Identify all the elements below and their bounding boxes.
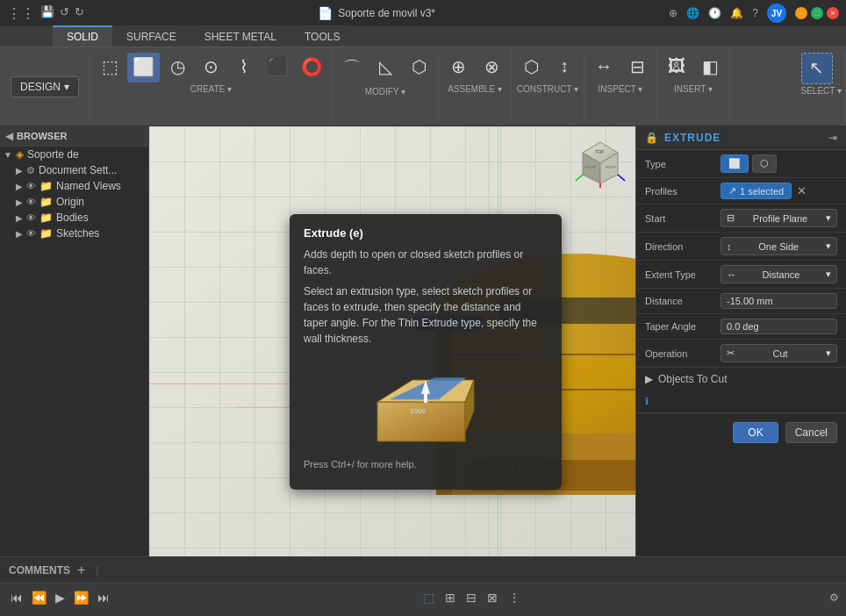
create-new-component-btn[interactable]: ⬚ bbox=[94, 53, 125, 82]
nav-icon-plus[interactable]: ⊕ bbox=[669, 7, 678, 19]
inspect-measure-btn[interactable]: ↔ bbox=[588, 53, 620, 82]
app-icon2[interactable]: 💾 bbox=[40, 5, 54, 22]
extent-type-select[interactable]: ↔ Distance ▾ bbox=[721, 265, 837, 283]
design-button[interactable]: DESIGN ▾ bbox=[11, 76, 79, 97]
sidebar-item-origin[interactable]: ▶ 👁 📁 Origin bbox=[0, 194, 148, 210]
modify-shell-btn[interactable]: ⬡ bbox=[403, 53, 434, 85]
profiles-select[interactable]: ↗ 1 selected bbox=[721, 183, 792, 199]
construct-plane-btn[interactable]: ⬡ bbox=[515, 53, 547, 82]
distance-input[interactable] bbox=[721, 293, 837, 309]
undo-btn[interactable]: ↺ bbox=[60, 5, 69, 22]
design-label: DESIGN bbox=[20, 81, 61, 93]
nav-icon-globe[interactable]: 🌐 bbox=[686, 7, 699, 19]
chamfer-icon: ◺ bbox=[379, 56, 392, 77]
create-box-btn[interactable]: ⬛ bbox=[262, 53, 294, 82]
extent-type-value: Distance bbox=[763, 269, 800, 280]
nav-icon-clock[interactable]: 🕐 bbox=[708, 7, 721, 19]
type-solid-btn[interactable]: ⬜ bbox=[721, 154, 749, 173]
inspect-section-btn[interactable]: ⊟ bbox=[621, 53, 653, 82]
objects-to-cut-row[interactable]: ▶ Objects To Cut bbox=[636, 368, 846, 390]
profiles-clear-btn[interactable]: ✕ bbox=[795, 184, 808, 197]
sidebar-item-document-settings[interactable]: ▶ ⚙ Document Sett... bbox=[0, 162, 148, 178]
win-close[interactable]: × bbox=[827, 7, 839, 19]
design-chevron: ▾ bbox=[64, 81, 69, 93]
root-expand-icon: ▼ bbox=[4, 150, 12, 160]
insert-decal-btn[interactable]: ◧ bbox=[694, 53, 726, 82]
playback-prev-btn[interactable]: ⏪ bbox=[28, 589, 50, 606]
nav-icon-help[interactable]: ? bbox=[752, 7, 758, 19]
view-cube[interactable]: TOP FRONT RIGHT bbox=[574, 135, 627, 188]
extent-type-control: ↔ Distance ▾ bbox=[721, 265, 837, 283]
extrude-panel: 🔒 EXTRUDE ⇥ Type ⬜ ⬡ Profiles ↗ bbox=[635, 126, 846, 556]
create-cyl-btn[interactable]: ⭕ bbox=[296, 53, 328, 82]
construct-axis-btn[interactable]: ↕ bbox=[548, 53, 580, 82]
assemble-label: ASSEMBLE ▾ bbox=[442, 82, 507, 94]
view-wireframe-btn[interactable]: ⬚ bbox=[419, 589, 438, 606]
taper-input[interactable] bbox=[721, 319, 837, 334]
type-row: Type ⬜ ⬡ bbox=[636, 150, 846, 178]
avatar[interactable]: JV bbox=[767, 4, 786, 23]
insert-canvas-btn[interactable]: 🖼 bbox=[661, 53, 692, 82]
start-select[interactable]: ⊟ Profile Plane ▾ bbox=[721, 209, 837, 227]
bottom-settings-btn[interactable]: ⚙ bbox=[829, 591, 839, 604]
tab-tools[interactable]: TOOLS bbox=[290, 25, 354, 47]
modify-chamfer-btn[interactable]: ◺ bbox=[369, 53, 401, 85]
doc-settings-label: Document Sett... bbox=[39, 164, 117, 176]
start-row: Start ⊟ Profile Plane ▾ bbox=[636, 204, 846, 233]
view-cube-svg: TOP FRONT RIGHT bbox=[574, 135, 627, 188]
playback-last-btn[interactable]: ⏭ bbox=[94, 589, 113, 606]
direction-select[interactable]: ↕ One Side ▾ bbox=[721, 237, 837, 255]
extrude-expand-btn[interactable]: ⇥ bbox=[828, 132, 837, 144]
ok-button[interactable]: OK bbox=[733, 422, 778, 443]
view-solid-btn[interactable]: ⊟ bbox=[462, 589, 480, 606]
playback-first-btn[interactable]: ⏮ bbox=[7, 589, 26, 606]
objects-chevron-icon: ▶ bbox=[645, 373, 653, 385]
distance-row: Distance bbox=[636, 289, 846, 314]
comments-add-btn[interactable]: + bbox=[77, 562, 85, 578]
sketches-folder-icon: 📁 bbox=[39, 227, 53, 240]
viewport[interactable]: 3005 Extrude (e) Adds depth to open or c… bbox=[149, 126, 846, 556]
profiles-control: ↗ 1 selected ✕ bbox=[721, 183, 837, 199]
cancel-button[interactable]: Cancel bbox=[785, 422, 837, 443]
playback-next-btn[interactable]: ⏩ bbox=[70, 589, 92, 606]
create-extrude-btn[interactable]: ⬜ bbox=[127, 53, 160, 82]
browser-collapse-icon[interactable]: ◀ bbox=[5, 130, 13, 142]
create-hole-btn[interactable]: ⊙ bbox=[195, 53, 226, 82]
assemble-joint2-btn[interactable]: ⊗ bbox=[476, 53, 507, 82]
nav-icon-bell[interactable]: 🔔 bbox=[730, 7, 743, 19]
sidebar-item-sketches[interactable]: ▶ 👁 📁 Sketches bbox=[0, 226, 148, 241]
create-revolve-btn[interactable]: ◷ bbox=[161, 53, 193, 82]
insert-group: 🖼 ◧ INSERT ▾ bbox=[657, 51, 730, 122]
win-minimize[interactable]: − bbox=[795, 7, 807, 19]
section-icon: ⊟ bbox=[630, 56, 645, 77]
operation-select[interactable]: ✂ Cut ▾ bbox=[721, 344, 837, 362]
comments-bar: COMMENTS + | bbox=[0, 556, 846, 583]
named-views-expand-icon: ▶ bbox=[16, 182, 23, 191]
type-surface-btn[interactable]: ⬡ bbox=[752, 154, 777, 173]
extrude-panel-icon: 🔒 bbox=[645, 132, 659, 144]
assemble-joint-btn[interactable]: ⊕ bbox=[442, 53, 474, 82]
doc-expand-icon: ▶ bbox=[16, 166, 23, 175]
ribbon-tabs: SOLID SURFACE SHEET METAL TOOLS bbox=[0, 26, 846, 47]
modify-fillet-btn[interactable]: ⌒ bbox=[336, 53, 368, 85]
sidebar-item-named-views[interactable]: ▶ 👁 📁 Named Views bbox=[0, 178, 148, 194]
tab-solid[interactable]: SOLID bbox=[53, 25, 112, 47]
origin-label: Origin bbox=[56, 196, 84, 208]
select-mode-btn[interactable]: ↖ bbox=[801, 53, 833, 84]
tab-sheet-metal[interactable]: SHEET METAL bbox=[190, 25, 290, 47]
tab-surface[interactable]: SURFACE bbox=[112, 25, 190, 47]
create-thread-btn[interactable]: ⌇ bbox=[228, 53, 260, 82]
view-grid-btn[interactable]: ⊞ bbox=[441, 589, 459, 606]
sidebar-item-bodies[interactable]: ▶ 👁 📁 Bodies bbox=[0, 210, 148, 226]
select-icon: ↖ bbox=[809, 57, 824, 78]
app-menu-icon[interactable]: ⋮⋮ bbox=[7, 5, 35, 22]
tooltip-title: Extrude (e) bbox=[304, 226, 548, 240]
sidebar-item-root[interactable]: ▼ ◈ Soporte de bbox=[0, 147, 148, 162]
view-more-btn[interactable]: ⋮ bbox=[505, 589, 524, 606]
operation-label: Operation bbox=[645, 348, 715, 359]
view-shaded-btn[interactable]: ⊠ bbox=[484, 589, 501, 606]
redo-btn[interactable]: ↻ bbox=[75, 5, 84, 22]
playback-play-btn[interactable]: ▶ bbox=[52, 589, 68, 606]
origin-eye-icon: 👁 bbox=[26, 197, 36, 207]
win-maximize[interactable]: □ bbox=[811, 7, 823, 19]
